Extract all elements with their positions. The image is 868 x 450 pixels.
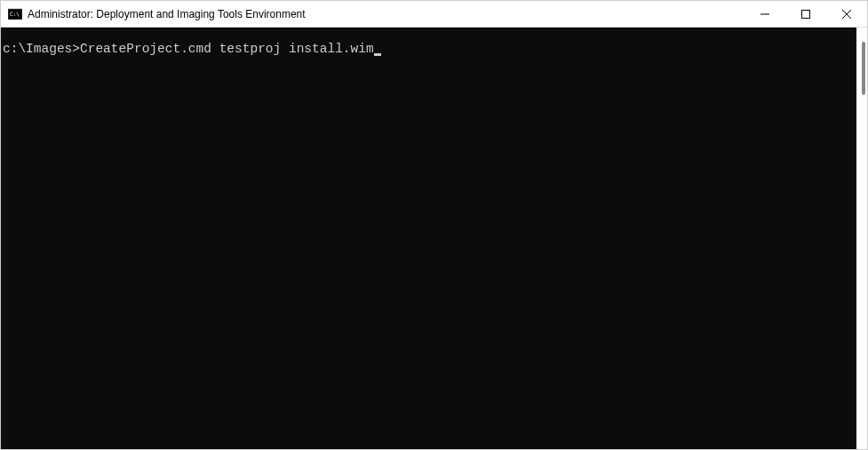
minimize-button[interactable] — [745, 1, 785, 27]
terminal-area[interactable]: c:\Images>CreateProject.cmd testproj ins… — [1, 28, 867, 449]
close-button[interactable] — [826, 1, 867, 27]
window-controls — [745, 1, 867, 27]
cursor — [374, 53, 381, 56]
terminal-content: c:\Images>CreateProject.cmd testproj ins… — [1, 28, 867, 59]
command-text: CreateProject.cmd testproj install.wim — [80, 42, 374, 56]
terminal-window: C:\ Administrator: Deployment and Imagin… — [0, 0, 868, 450]
prompt: c:\Images> — [3, 42, 80, 56]
maximize-button[interactable] — [785, 1, 826, 27]
window-title: Administrator: Deployment and Imaging To… — [28, 8, 745, 20]
scrollbar-track[interactable] — [856, 28, 867, 449]
scrollbar-thumb[interactable] — [862, 42, 865, 95]
cmd-icon: C:\ — [8, 7, 22, 21]
svg-text:C:\: C:\ — [10, 11, 20, 17]
svg-rect-3 — [802, 10, 810, 18]
titlebar[interactable]: C:\ Administrator: Deployment and Imagin… — [1, 1, 867, 28]
